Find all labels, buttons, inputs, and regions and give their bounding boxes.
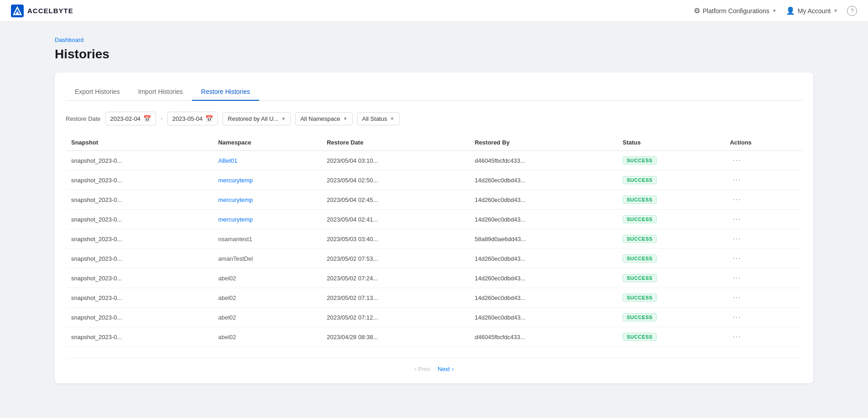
cell-status: SUCCESS: [617, 249, 724, 268]
date-to-picker[interactable]: 2023-05-04 📅: [167, 112, 218, 125]
cell-status: SUCCESS: [617, 151, 724, 170]
col-actions: Actions: [724, 134, 802, 151]
actions-menu-button[interactable]: ···: [730, 253, 744, 263]
table-row: snapshot_2023-0... mercurytemp 2023/05/0…: [66, 190, 802, 210]
logo-area: ACCELBYTE: [11, 5, 73, 17]
actions-menu-button[interactable]: ···: [730, 293, 744, 302]
cell-actions[interactable]: ···: [724, 229, 802, 249]
cell-snapshot: snapshot_2023-0...: [66, 170, 213, 190]
status-dropdown[interactable]: All Status ▼: [357, 112, 400, 125]
tab-restore-histories[interactable]: Restore Histories: [192, 83, 259, 101]
actions-menu-button[interactable]: ···: [730, 155, 744, 165]
cell-namespace[interactable]: nsamantest1: [213, 229, 321, 249]
cell-restored-by: 58a89d0ae6dd43...: [469, 229, 617, 249]
date-from-value: 2023-02-04: [110, 115, 141, 122]
table-row: snapshot_2023-0... abel02 2023/04/28 08:…: [66, 327, 802, 347]
cell-restored-by: 14d260ec0dbd43...: [469, 288, 617, 308]
status-badge: SUCCESS: [623, 196, 657, 204]
platform-configurations-label: Platform Configurations: [703, 7, 769, 15]
cell-namespace[interactable]: mercurytemp: [213, 190, 321, 210]
actions-menu-button[interactable]: ···: [730, 332, 744, 341]
table-row: snapshot_2023-0... ABel01 2023/05/04 03:…: [66, 151, 802, 170]
namespace-dropdown[interactable]: All Namespace ▼: [295, 112, 352, 125]
actions-menu-button[interactable]: ···: [730, 273, 744, 283]
tab-export-histories[interactable]: Export Histories: [66, 83, 129, 101]
status-badge: SUCCESS: [623, 235, 657, 243]
calendar-from-icon: 📅: [143, 115, 151, 122]
cell-actions[interactable]: ···: [724, 249, 802, 268]
topnav-right-items: ⚙ Platform Configurations ▼ 👤 My Account…: [694, 6, 857, 16]
col-restore-date: Restore Date: [321, 134, 469, 151]
cell-restore-date: 2023/05/04 02:45...: [321, 190, 469, 210]
cell-namespace[interactable]: mercurytemp: [213, 170, 321, 190]
cell-restore-date: 2023/05/04 03:10...: [321, 151, 469, 170]
cell-namespace[interactable]: abel02: [213, 268, 321, 288]
cell-snapshot: snapshot_2023-0...: [66, 288, 213, 308]
cell-snapshot: snapshot_2023-0...: [66, 268, 213, 288]
cell-restore-date: 2023/05/02 07:24...: [321, 268, 469, 288]
cell-restore-date: 2023/05/04 02:50...: [321, 170, 469, 190]
actions-menu-button[interactable]: ···: [730, 234, 744, 243]
cell-restore-date: 2023/05/04 02:41...: [321, 210, 469, 229]
cell-namespace[interactable]: abel02: [213, 327, 321, 347]
actions-menu-button[interactable]: ···: [730, 195, 744, 204]
filters-row: Restore Date 2023-02-04 📅 - 2023-05-04 📅…: [66, 112, 802, 125]
status-badge: SUCCESS: [623, 294, 657, 302]
cell-restored-by: 14d260ec0dbd43...: [469, 190, 617, 210]
table-row: snapshot_2023-0... abel02 2023/05/02 07:…: [66, 308, 802, 327]
cell-restore-date: 2023/04/28 08:38...: [321, 327, 469, 347]
cell-status: SUCCESS: [617, 170, 724, 190]
cell-status: SUCCESS: [617, 308, 724, 327]
cell-actions[interactable]: ···: [724, 151, 802, 170]
help-button[interactable]: ?: [847, 6, 857, 16]
cell-snapshot: snapshot_2023-0...: [66, 210, 213, 229]
restore-histories-table: Snapshot Namespace Restore Date Restored…: [66, 134, 802, 347]
cell-namespace[interactable]: mercurytemp: [213, 210, 321, 229]
table-row: snapshot_2023-0... nsamantest1 2023/05/0…: [66, 229, 802, 249]
col-status: Status: [617, 134, 724, 151]
cell-namespace[interactable]: abel02: [213, 308, 321, 327]
tab-bar: Export Histories Import Histories Restor…: [66, 83, 802, 101]
histories-card: Export Histories Import Histories Restor…: [55, 72, 813, 383]
cell-restored-by: 14d260ec0dbd43...: [469, 170, 617, 190]
cell-restore-date: 2023/05/02 07:12...: [321, 308, 469, 327]
restored-by-dropdown[interactable]: Restored by All U... ▼: [223, 112, 291, 125]
cell-actions[interactable]: ···: [724, 288, 802, 308]
cell-namespace[interactable]: amanTestDel: [213, 249, 321, 268]
cell-actions[interactable]: ···: [724, 170, 802, 190]
next-button[interactable]: Next ›: [438, 366, 454, 372]
prev-button[interactable]: ‹ Prev: [414, 366, 430, 372]
actions-menu-button[interactable]: ···: [730, 175, 744, 185]
actions-menu-button[interactable]: ···: [730, 312, 744, 322]
cell-namespace[interactable]: ABel01: [213, 151, 321, 170]
my-account-menu[interactable]: 👤 My Account ▼: [786, 6, 838, 15]
pagination: ‹ Prev Next ›: [66, 358, 802, 372]
status-badge: SUCCESS: [623, 176, 657, 184]
cell-restored-by: 14d260ec0dbd43...: [469, 249, 617, 268]
cell-actions[interactable]: ···: [724, 190, 802, 210]
page-wrapper: Dashboard Histories Export Histories Imp…: [0, 22, 868, 418]
cell-namespace[interactable]: abel02: [213, 288, 321, 308]
prev-label: Prev: [418, 366, 431, 372]
prev-icon: ‹: [414, 366, 416, 372]
breadcrumb[interactable]: Dashboard: [55, 36, 813, 43]
cell-restored-by: 14d260ec0dbd43...: [469, 308, 617, 327]
cell-actions[interactable]: ···: [724, 308, 802, 327]
cell-status: SUCCESS: [617, 229, 724, 249]
cell-actions[interactable]: ···: [724, 210, 802, 229]
table-row: snapshot_2023-0... abel02 2023/05/02 07:…: [66, 268, 802, 288]
cell-status: SUCCESS: [617, 268, 724, 288]
tab-import-histories[interactable]: Import Histories: [129, 83, 192, 101]
cell-actions[interactable]: ···: [724, 268, 802, 288]
col-snapshot: Snapshot: [66, 134, 213, 151]
table-row: snapshot_2023-0... amanTestDel 2023/05/0…: [66, 249, 802, 268]
help-icon: ?: [850, 7, 853, 14]
table-row: snapshot_2023-0... mercurytemp 2023/05/0…: [66, 210, 802, 229]
actions-menu-button[interactable]: ···: [730, 214, 744, 224]
next-label: Next: [438, 366, 450, 372]
cell-actions[interactable]: ···: [724, 327, 802, 347]
date-from-picker[interactable]: 2023-02-04 📅: [105, 112, 156, 125]
top-navigation: ACCELBYTE ⚙ Platform Configurations ▼ 👤 …: [0, 0, 868, 22]
col-namespace: Namespace: [213, 134, 321, 151]
platform-configurations-menu[interactable]: ⚙ Platform Configurations ▼: [694, 6, 777, 15]
